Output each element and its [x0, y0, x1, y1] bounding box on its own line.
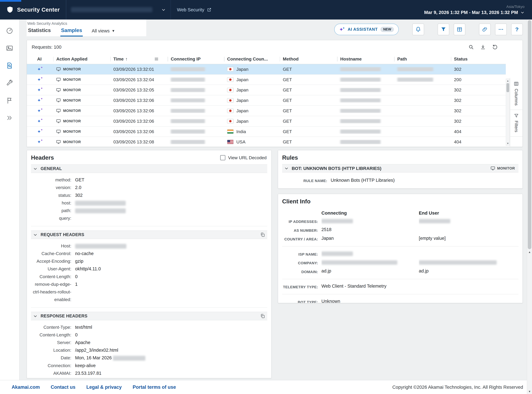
- flag-jp-icon: [227, 77, 233, 82]
- section-header[interactable]: RESPONSE HEADERS: [31, 312, 267, 320]
- section-header[interactable]: GENERAL: [31, 164, 267, 173]
- tab-samples[interactable]: Samples: [60, 27, 83, 36]
- ai-sparkle-icon[interactable]: ✦: [37, 139, 41, 145]
- time-cell: 03/09/2026 13:32:06: [110, 129, 168, 134]
- col-time[interactable]: Time ↑: [110, 54, 168, 64]
- scroll-down-icon[interactable]: ▼: [506, 141, 509, 145]
- field-value: Apache: [75, 339, 90, 346]
- filters-panel-tab[interactable]: Filters: [510, 110, 522, 137]
- connecting-value: Unknown: [321, 297, 415, 303]
- sidebar-item-dashboard[interactable]: [2, 24, 17, 38]
- collapse-icon: [6, 114, 13, 122]
- hostname-cell: [337, 88, 394, 92]
- sidebar-item-media[interactable]: [2, 41, 17, 55]
- table-row[interactable]: ✦✦MONITOR03/09/2026 13:32:01JapanGET302: [27, 64, 506, 75]
- date-range-picker[interactable]: Mar 9, 2026 1:32 PM - Mar 13, 2026 1:32 …: [424, 10, 524, 15]
- sidebar-item-analytics[interactable]: [2, 58, 17, 73]
- redacted-value: [321, 260, 397, 265]
- topbar: Security Center Web Security Asia/Tokyo …: [0, 0, 532, 20]
- col-path[interactable]: Path: [394, 54, 451, 64]
- scroll-up-icon[interactable]: ▲: [506, 79, 509, 83]
- col-connecting-country[interactable]: Connecting Coun...: [224, 54, 280, 64]
- table-row[interactable]: ✦✦MONITOR03/09/2026 13:32:04JapanGET200: [27, 75, 506, 85]
- header-field-row: method:GET: [31, 176, 267, 184]
- field-label: COMPANY:: [282, 258, 318, 267]
- connecting-ip-cell: [168, 129, 224, 134]
- table-row[interactable]: ✦✦MONITOR03/09/2026 13:32:08USAGET404: [27, 137, 506, 147]
- download-icon: [480, 44, 486, 50]
- download-button[interactable]: [480, 44, 486, 50]
- footer-link[interactable]: Legal & privacy: [86, 384, 122, 390]
- table-scrollbar[interactable]: ▲ ▼: [506, 78, 510, 146]
- col-connecting-ip[interactable]: Connecting IP: [168, 54, 224, 64]
- sidebar-item-tools[interactable]: [2, 76, 17, 90]
- section-header[interactable]: REQUEST HEADERS: [31, 230, 267, 239]
- ai-assistant-button[interactable]: ✦✦ AI ASSISTANT NEW: [334, 24, 399, 35]
- table-row[interactable]: ✦✦MONITOR03/09/2026 13:32:06JapanGET302: [27, 116, 506, 127]
- ai-sparkle-icon[interactable]: ✦: [37, 98, 41, 103]
- scroll-up-icon[interactable]: ▲: [527, 250, 532, 254]
- table-row[interactable]: ✦✦MONITOR03/09/2026 13:32:06JapanGET302: [27, 106, 506, 116]
- column-settings-button[interactable]: [454, 24, 465, 35]
- col-ai[interactable]: AI: [27, 54, 53, 64]
- attachments-button[interactable]: [479, 24, 491, 35]
- scrollbar-thumb[interactable]: [506, 83, 509, 92]
- nav-web-security[interactable]: Web Security: [171, 7, 217, 12]
- page-scrollbar[interactable]: ▲ ▼: [527, 20, 532, 394]
- account-selector[interactable]: [66, 0, 170, 20]
- ai-sparkle-icon[interactable]: ✦: [37, 119, 41, 124]
- ai-sparkle-icon[interactable]: ✦: [37, 67, 41, 72]
- notifications-button[interactable]: [412, 24, 424, 35]
- scroll-down-icon[interactable]: ▼: [527, 390, 532, 393]
- refresh-button[interactable]: [492, 44, 498, 50]
- ai-sparkle-icon[interactable]: ✦: [37, 87, 41, 93]
- ai-sparkle-icon: ✦: [41, 139, 43, 142]
- ai-sparkle-icon[interactable]: ✦: [37, 129, 41, 134]
- columns-panel-tab[interactable]: Columns: [510, 78, 522, 110]
- filter-button[interactable]: [438, 24, 449, 35]
- redacted-value: [340, 98, 381, 103]
- col-method[interactable]: Method: [280, 54, 337, 64]
- client-info-row: DOMAIN:ad.jpad.jp: [282, 267, 518, 276]
- footer-link[interactable]: Portal terms of use: [133, 384, 176, 390]
- sidebar: [0, 20, 20, 380]
- help-button[interactable]: ?: [511, 24, 523, 35]
- tab-statistics[interactable]: Statistics: [27, 27, 52, 36]
- method-cell: GET: [280, 87, 337, 93]
- table-row[interactable]: ✦✦MONITOR03/09/2026 13:32:06IndiaGET404: [27, 127, 506, 137]
- header-field-row: AKAMAI:23.53.197.81: [31, 369, 267, 377]
- table-header: AI Action Applied Time ↑ Connecting IP C…: [27, 54, 506, 64]
- end-user-value: [empty value]: [419, 234, 518, 243]
- field-label: Server:: [31, 339, 71, 346]
- rule-header[interactable]: BOT: UNKNOWN BOTS (HTTP LIBRARIES) MONIT…: [282, 164, 518, 173]
- monitor-action-icon: [56, 88, 61, 92]
- column-menu-icon[interactable]: [154, 57, 159, 61]
- footer-link[interactable]: Akamai.com: [12, 384, 40, 390]
- header-field-row: Accept-Encoding:gzip: [31, 257, 267, 265]
- hostname-cell: [337, 98, 394, 103]
- ai-sparkle-icon[interactable]: ✦: [37, 108, 41, 113]
- table-row[interactable]: ✦✦MONITOR03/09/2026 13:32:05JapanGET302: [27, 85, 506, 95]
- col-status[interactable]: Status: [451, 54, 506, 64]
- col-action-applied[interactable]: Action Applied: [53, 54, 110, 64]
- hostname-cell: [337, 129, 394, 134]
- copy-icon[interactable]: [260, 232, 265, 237]
- path-cell: [394, 77, 451, 82]
- view-url-decoded-checkbox[interactable]: View URL Decoded: [220, 155, 267, 160]
- table-row[interactable]: ✦✦MONITOR03/09/2026 13:32:06JapanGET302: [27, 95, 506, 106]
- field-value: GET: [75, 176, 84, 184]
- ai-sparkle-icon[interactable]: ✦: [37, 77, 41, 82]
- sidebar-item-flags[interactable]: [2, 93, 17, 108]
- time-cell: 03/09/2026 13:32:04: [110, 77, 168, 82]
- field-value: no-cache: [75, 250, 94, 257]
- field-label: Host:: [31, 242, 71, 250]
- views-dropdown[interactable]: All views▼: [92, 28, 115, 36]
- col-hostname[interactable]: Hostname: [337, 54, 394, 64]
- copy-icon[interactable]: [260, 313, 265, 319]
- more-options-button[interactable]: [495, 24, 507, 35]
- footer-link[interactable]: Contact us: [51, 384, 75, 390]
- scrollbar-thumb[interactable]: [528, 20, 531, 249]
- search-button[interactable]: [468, 44, 474, 50]
- redacted-value: [397, 77, 433, 82]
- sidebar-item-collapse[interactable]: [2, 111, 17, 125]
